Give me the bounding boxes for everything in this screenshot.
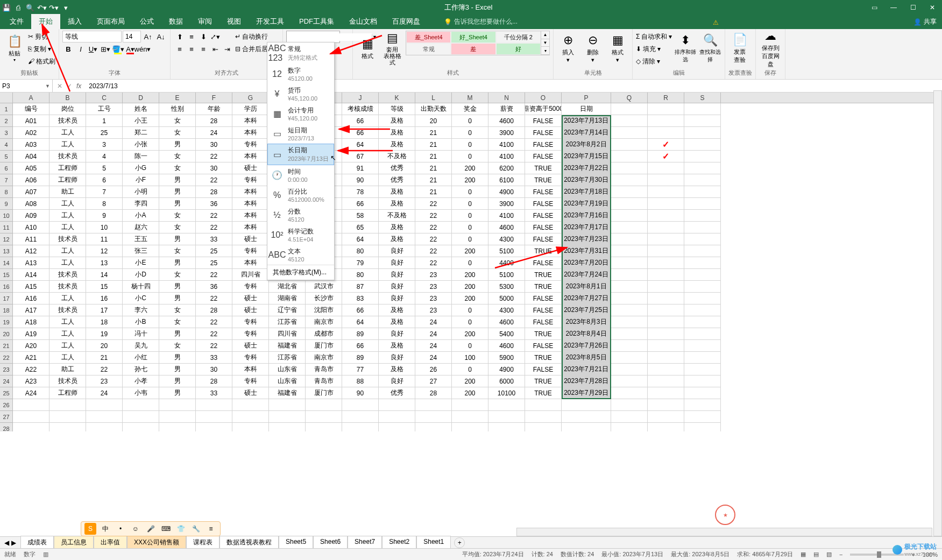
cell-P14[interactable]: 2023年7月20日	[562, 257, 611, 269]
cell-F12[interactable]: 33	[196, 233, 232, 245]
qat-more-icon[interactable]: ▾	[61, 3, 70, 12]
cell-H18[interactable]: 辽宁省	[269, 304, 306, 316]
cell-J3[interactable]: 66	[342, 127, 379, 139]
cell-J24[interactable]: 88	[342, 375, 379, 387]
cell-S28[interactable]	[684, 423, 721, 431]
align-left-icon[interactable]: ≡	[174, 43, 186, 55]
row-header-26[interactable]: 26	[0, 399, 13, 411]
cell-K25[interactable]: 优秀	[379, 387, 415, 399]
cell-S19[interactable]	[684, 316, 721, 328]
cell-M22[interactable]: 100	[452, 352, 488, 364]
row-header-6[interactable]: 6	[0, 162, 13, 174]
cell-F16[interactable]: 36	[196, 281, 232, 293]
cell-J2[interactable]: 66	[342, 115, 379, 127]
cell-E9[interactable]: 男	[159, 198, 196, 210]
style-bad2[interactable]: 差	[451, 43, 495, 55]
num-format-科学记数[interactable]: 10²科学记数4.51E+04	[267, 225, 334, 245]
align-bottom-icon[interactable]: ⬇	[197, 31, 209, 42]
cell-F26[interactable]	[196, 399, 232, 411]
cell-K3[interactable]: 及格	[379, 127, 415, 139]
cell-G12[interactable]: 硕士	[232, 233, 269, 245]
clear-button[interactable]: ◇ 清除 ▾	[636, 55, 672, 67]
row-header-19[interactable]: 19	[0, 316, 13, 328]
cell-S26[interactable]	[684, 399, 721, 411]
cell-O4[interactable]: FALSE	[525, 139, 562, 151]
cell-S14[interactable]	[684, 257, 721, 269]
cell-E20[interactable]: 男	[159, 328, 196, 340]
cell-S5[interactable]	[684, 151, 721, 162]
cell-F10[interactable]: 22	[196, 210, 232, 222]
cell-H23[interactable]: 山东省	[269, 364, 306, 375]
row-header-9[interactable]: 9	[0, 198, 13, 210]
row-header-22[interactable]: 22	[0, 352, 13, 364]
cell-P11[interactable]: 2023年7月17日	[562, 222, 611, 233]
cell-N28[interactable]	[488, 423, 525, 431]
cell-G24[interactable]: 专科	[232, 375, 269, 387]
cell-E18[interactable]: 女	[159, 304, 196, 316]
cell-S10[interactable]	[684, 210, 721, 222]
cell-G26[interactable]	[232, 399, 269, 411]
cell-L15[interactable]: 23	[415, 269, 452, 281]
cell-E26[interactable]	[159, 399, 196, 411]
cell-K26[interactable]	[379, 399, 415, 411]
cell-A12[interactable]: A11	[13, 233, 49, 245]
cell-P28[interactable]	[562, 423, 611, 431]
cell-A6[interactable]: A05	[13, 162, 49, 174]
cell-A16[interactable]: A15	[13, 281, 49, 293]
col-header-K[interactable]: K	[379, 93, 415, 103]
orientation-icon[interactable]: ⤢▾	[209, 31, 221, 42]
cell-F23[interactable]: 30	[196, 364, 232, 375]
cell-N15[interactable]: 5100	[488, 269, 525, 281]
cell-J15[interactable]: 80	[342, 269, 379, 281]
cell-F7[interactable]: 22	[196, 174, 232, 186]
cell-G9[interactable]: 本科	[232, 198, 269, 210]
cell-L18[interactable]: 23	[415, 304, 452, 316]
cell-J28[interactable]	[342, 423, 379, 431]
vertical-scrollbar[interactable]	[933, 90, 942, 431]
cell-E19[interactable]: 女	[159, 316, 196, 328]
cell-R4[interactable]: ✓	[648, 139, 684, 151]
cell-B8[interactable]: 助工	[49, 186, 86, 198]
cell-R24[interactable]	[648, 375, 684, 387]
cell-R16[interactable]	[648, 281, 684, 293]
cancel-formula-icon[interactable]: ✕	[57, 82, 62, 90]
cell-J16[interactable]: 87	[342, 281, 379, 293]
cell-N24[interactable]: 6000	[488, 375, 525, 387]
cell-C15[interactable]: 14	[86, 269, 123, 281]
cell-B24[interactable]: 技术员	[49, 375, 86, 387]
num-format-文本[interactable]: ABC文本45120	[267, 245, 334, 265]
cell-N12[interactable]: 4300	[488, 233, 525, 245]
cell-G16[interactable]: 专科	[232, 281, 269, 293]
num-format-短日期[interactable]: ▭短日期2023/7/13	[267, 124, 334, 144]
cell-B11[interactable]: 工人	[49, 222, 86, 233]
font-color-button[interactable]: A▾	[124, 43, 136, 55]
num-format-百分比[interactable]: %百分比4512000.00%	[267, 185, 334, 205]
cell-O23[interactable]: FALSE	[525, 364, 562, 375]
cell-L22[interactable]: 24	[415, 352, 452, 364]
cell-N6[interactable]: 6200	[488, 162, 525, 174]
cell-O5[interactable]: FALSE	[525, 151, 562, 162]
cell-N1[interactable]: 薪资	[488, 103, 525, 115]
cell-E23[interactable]: 男	[159, 364, 196, 375]
cell-J9[interactable]: 66	[342, 198, 379, 210]
cell-A27[interactable]	[13, 411, 49, 423]
cell-O14[interactable]: FALSE	[525, 257, 562, 269]
cell-S6[interactable]	[684, 162, 721, 174]
cell-G27[interactable]	[232, 411, 269, 423]
num-format-长日期[interactable]: ▭长日期2023年7月13日	[267, 144, 334, 165]
col-header-D[interactable]: D	[123, 93, 159, 103]
col-header-L[interactable]: L	[415, 93, 452, 103]
cell-O11[interactable]: FALSE	[525, 222, 562, 233]
cell-M2[interactable]: 0	[452, 115, 488, 127]
cell-L21[interactable]: 24	[415, 340, 452, 352]
cell-B4[interactable]: 工人	[49, 139, 86, 151]
col-header-A[interactable]: A	[13, 93, 49, 103]
cell-C6[interactable]: 5	[86, 162, 123, 174]
cell-Q18[interactable]	[611, 304, 648, 316]
cell-J7[interactable]: 90	[342, 174, 379, 186]
cell-C7[interactable]: 6	[86, 174, 123, 186]
cell-Q17[interactable]	[611, 293, 648, 304]
cell-E2[interactable]: 女	[159, 115, 196, 127]
cell-N5[interactable]: 4100	[488, 151, 525, 162]
cell-L3[interactable]: 21	[415, 127, 452, 139]
